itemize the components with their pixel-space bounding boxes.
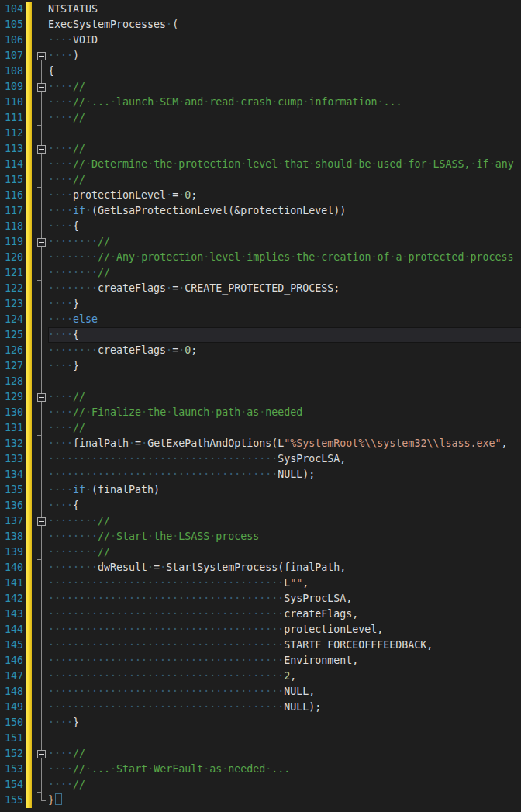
code-line-114[interactable]: 114····//·Determine·the·protection·level… [0, 157, 521, 172]
line-number[interactable]: 117 [0, 203, 26, 219]
fold-collapse-button[interactable] [37, 52, 46, 60]
code-text[interactable]: ········// [48, 234, 521, 250]
code-text[interactable]: ········//·Start·the·LSASS·process [48, 529, 521, 544]
code-text[interactable]: ····if·(GetLsaProtectionLevel(&protectio… [48, 203, 521, 219]
code-line-124[interactable]: 124····else [0, 312, 521, 327]
line-number[interactable]: 131 [0, 420, 26, 436]
fold-collapse-button[interactable] [37, 238, 46, 247]
code-line-111[interactable]: 111····// [0, 110, 521, 126]
code-line-146[interactable]: 146·····································… [0, 653, 521, 669]
line-number[interactable]: 144 [0, 622, 26, 638]
code-text[interactable]: ····finalPath·=·GetExePathAndOptions(L"%… [48, 436, 521, 451]
line-number[interactable]: 148 [0, 684, 26, 700]
code-text[interactable]: ····// [48, 141, 521, 157]
fold-collapse-button[interactable] [37, 393, 46, 402]
line-number[interactable]: 153 [0, 762, 26, 777]
code-line-140[interactable]: 140········dwResult·=·StartSystemProcess… [0, 560, 521, 575]
code-line-127[interactable]: 127····} [0, 358, 521, 374]
code-line-107[interactable]: 107····) [0, 48, 521, 64]
code-line-110[interactable]: 110····//·...·launch·SCM·and·read·crash·… [0, 95, 521, 110]
code-line-130[interactable]: 130····//·Finalize·the·launch·path·as·ne… [0, 405, 521, 420]
fold-collapse-button[interactable] [37, 83, 46, 92]
code-line-134[interactable]: 134·····································… [0, 467, 521, 482]
code-line-112[interactable]: 112 [0, 126, 521, 141]
code-text[interactable]: ······································En… [48, 653, 521, 669]
code-line-155[interactable]: 155} [0, 793, 521, 808]
code-text[interactable]: ····// [48, 389, 521, 405]
line-number[interactable]: 139 [0, 544, 26, 560]
code-line-104[interactable]: 104NTSTATUS [0, 2, 521, 17]
code-text[interactable]: ·····································NUL… [48, 467, 521, 482]
code-line-135[interactable]: 135····if·(finalPath) [0, 482, 521, 498]
line-number[interactable]: 108 [0, 64, 26, 79]
code-line-105[interactable]: 105ExecSystemProcesses·( [0, 17, 521, 33]
line-number[interactable]: 122 [0, 281, 26, 296]
code-text[interactable]: ····//·Determine·the·protection·level·th… [48, 157, 521, 172]
code-text[interactable]: ····protectionLevel·=·0; [48, 188, 521, 203]
code-text[interactable]: ····} [48, 715, 521, 731]
line-number[interactable]: 125 [0, 327, 26, 343]
code-line-106[interactable]: 106····VOID [0, 33, 521, 48]
code-text[interactable]: ····//·...·launch·SCM·and·read·crash·cum… [48, 95, 521, 110]
line-number[interactable]: 134 [0, 467, 26, 482]
line-number[interactable]: 138 [0, 529, 26, 544]
line-number[interactable]: 120 [0, 250, 26, 265]
code-text[interactable]: ········dwResult·=·StartSystemProcess(fi… [48, 560, 521, 575]
code-line-152[interactable]: 152····// [0, 746, 521, 762]
code-line-143[interactable]: 143·····································… [0, 606, 521, 622]
code-line-132[interactable]: 132····finalPath·=·GetExePathAndOptions(… [0, 436, 521, 451]
code-line-118[interactable]: 118····{ [0, 219, 521, 234]
code-text[interactable]: ····//·...·Start·WerFault·as·needed·... [48, 762, 521, 777]
code-line-144[interactable]: 144·····································… [0, 622, 521, 638]
code-text[interactable]: ····// [48, 746, 521, 762]
line-number[interactable]: 119 [0, 234, 26, 250]
code-line-123[interactable]: 123····} [0, 296, 521, 312]
line-number[interactable]: 150 [0, 715, 26, 731]
code-text[interactable]: ········//·Any·protection·level·implies·… [48, 250, 521, 265]
code-line-113[interactable]: 113····// [0, 141, 521, 157]
code-text[interactable]: ····{ [48, 327, 521, 343]
code-text[interactable] [48, 731, 521, 746]
code-line-142[interactable]: 142·····································… [0, 591, 521, 606]
line-number[interactable]: 104 [0, 2, 26, 17]
code-text[interactable]: ····// [48, 79, 521, 95]
code-line-128[interactable]: 128 [0, 374, 521, 389]
code-text[interactable]: ····if·(finalPath) [48, 482, 521, 498]
code-text[interactable]: ········// [48, 265, 521, 281]
code-text[interactable] [48, 126, 521, 141]
code-text[interactable]: ········// [48, 513, 521, 529]
line-number[interactable]: 132 [0, 436, 26, 451]
line-number[interactable]: 137 [0, 513, 26, 529]
code-text[interactable]: ······································ST… [48, 638, 521, 653]
code-line-136[interactable]: 136····{ [0, 498, 521, 513]
code-line-147[interactable]: 147·····································… [0, 669, 521, 684]
code-text[interactable]: ····// [48, 420, 521, 436]
line-number[interactable]: 133 [0, 451, 26, 467]
code-text[interactable]: ······································NU… [48, 684, 521, 700]
code-text[interactable]: ····// [48, 777, 521, 793]
line-number[interactable]: 123 [0, 296, 26, 312]
code-line-145[interactable]: 145·····································… [0, 638, 521, 653]
line-number[interactable]: 130 [0, 405, 26, 420]
code-text[interactable]: ······································pr… [48, 622, 521, 638]
code-line-121[interactable]: 121········// [0, 265, 521, 281]
line-number[interactable]: 142 [0, 591, 26, 606]
line-number[interactable]: 140 [0, 560, 26, 575]
line-number[interactable]: 118 [0, 219, 26, 234]
line-number[interactable]: 107 [0, 48, 26, 64]
line-number[interactable]: 126 [0, 343, 26, 358]
code-line-153[interactable]: 153····//·...·Start·WerFault·as·needed·.… [0, 762, 521, 777]
code-text[interactable]: } [48, 793, 521, 808]
code-text[interactable]: ········createFlags·=·CREATE_PROTECTED_P… [48, 281, 521, 296]
code-line-120[interactable]: 120········//·Any·protection·level·impli… [0, 250, 521, 265]
code-text[interactable]: ····} [48, 296, 521, 312]
code-text[interactable] [48, 374, 521, 389]
line-number[interactable]: 112 [0, 126, 26, 141]
line-number[interactable]: 110 [0, 95, 26, 110]
code-text[interactable]: { [48, 64, 521, 79]
code-line-108[interactable]: 108{ [0, 64, 521, 79]
fold-collapse-button[interactable] [37, 145, 46, 154]
code-line-141[interactable]: 141·····································… [0, 575, 521, 591]
fold-collapse-button[interactable] [37, 517, 46, 526]
code-line-154[interactable]: 154····// [0, 777, 521, 793]
